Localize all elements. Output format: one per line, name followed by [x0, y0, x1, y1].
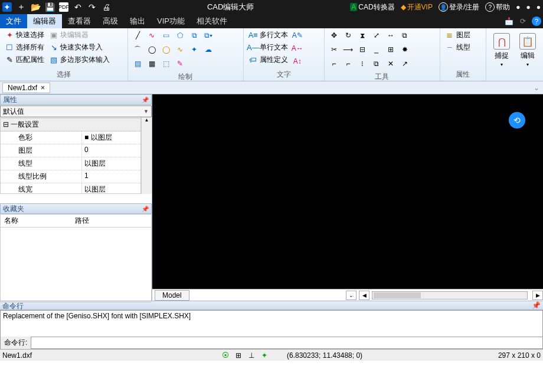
- canvas-badge-icon[interactable]: ⟲: [509, 112, 525, 129]
- redo-icon[interactable]: ↷: [87, 2, 97, 12]
- command-input[interactable]: [31, 338, 542, 348]
- options-icon[interactable]: 📩: [503, 16, 514, 27]
- prop-row-ltype[interactable]: 线型以图层: [1, 157, 140, 170]
- textalign-icon[interactable]: A↔: [292, 42, 303, 54]
- maximize-icon[interactable]: ●: [526, 3, 531, 11]
- mtext-button[interactable]: A≡多行文本: [247, 29, 289, 41]
- trim-icon[interactable]: ✂: [328, 44, 340, 55]
- erase-icon[interactable]: ✕: [385, 58, 397, 70]
- h-scrollbar[interactable]: [372, 291, 528, 299]
- align-icon[interactable]: ⫶: [356, 58, 368, 70]
- reload-icon[interactable]: ⟳: [518, 16, 528, 27]
- block-drop-icon[interactable]: ⧉▾: [202, 29, 214, 41]
- cloud-icon[interactable]: ☁: [202, 44, 214, 55]
- fillet-icon[interactable]: ⌐: [328, 58, 340, 70]
- menu-editor[interactable]: 编辑器: [27, 14, 62, 28]
- file-tab[interactable]: New1.dxf×: [2, 83, 50, 93]
- menu-advanced[interactable]: 高级: [97, 14, 124, 28]
- chamfer-icon[interactable]: ⌐: [342, 58, 354, 70]
- tab-close-icon[interactable]: ×: [41, 84, 45, 92]
- minimize-icon[interactable]: ●: [516, 3, 520, 11]
- save-icon[interactable]: 💾: [45, 2, 54, 12]
- linetype-button[interactable]: ┈线型: [444, 42, 472, 53]
- copy-icon[interactable]: ⧉: [371, 58, 382, 70]
- pin-icon[interactable]: 📌: [142, 206, 149, 212]
- help-icon[interactable]: ?: [532, 17, 541, 26]
- quick-import-button[interactable]: ↘快速实体导入: [48, 42, 111, 53]
- region-icon[interactable]: ⬚: [160, 58, 172, 70]
- match-props-button[interactable]: ✎匹配属性: [4, 54, 45, 65]
- attrdef-button[interactable]: 🏷属性定义: [247, 54, 289, 65]
- pdf-icon[interactable]: PDF: [59, 2, 68, 12]
- explode-icon[interactable]: ✸: [399, 44, 411, 55]
- close-icon[interactable]: ●: [537, 3, 541, 11]
- array-icon[interactable]: ⊞: [385, 44, 397, 55]
- menu-file[interactable]: 文件: [0, 14, 27, 28]
- extend-icon[interactable]: ⟶: [342, 44, 354, 55]
- offset-icon[interactable]: ⧉: [399, 29, 411, 41]
- pin-icon[interactable]: 📌: [532, 301, 541, 309]
- mirror-icon[interactable]: ⧗: [356, 29, 368, 41]
- lengthen-icon[interactable]: ↗: [399, 58, 411, 70]
- point-icon[interactable]: ✦: [188, 44, 200, 55]
- status-snap-icon[interactable]: ✦: [260, 351, 269, 360]
- prop-scrollbar[interactable]: ▲: [141, 117, 152, 194]
- gradient-icon[interactable]: ▦: [146, 58, 158, 70]
- sketch-icon[interactable]: ✎: [174, 58, 186, 70]
- circle-icon[interactable]: ◯: [146, 44, 158, 55]
- prop-row-color[interactable]: 色彩■ 以图层: [1, 131, 140, 144]
- spline-icon[interactable]: ∿: [174, 44, 186, 55]
- prop-general-header[interactable]: ⊟ 一般设置: [1, 118, 140, 131]
- scroll-left-icon[interactable]: ◀: [359, 291, 369, 300]
- line-icon[interactable]: ╱: [132, 29, 143, 41]
- print-icon[interactable]: 🖨: [102, 2, 111, 12]
- prop-default-combo[interactable]: 默认值▼: [0, 106, 152, 117]
- prop-row-lweight[interactable]: 线宽以图层: [1, 183, 140, 194]
- app-icon[interactable]: ✦: [2, 2, 12, 12]
- tab-expand-icon[interactable]: ⌄: [530, 84, 543, 92]
- menu-output[interactable]: 输出: [124, 14, 151, 28]
- stretch-icon[interactable]: ↔: [385, 29, 397, 41]
- menu-related[interactable]: 相关软件: [191, 14, 233, 28]
- rotate-icon[interactable]: ↻: [342, 29, 354, 41]
- new-icon[interactable]: ＋: [17, 2, 26, 12]
- block-edit-button[interactable]: ▣块编辑器: [48, 29, 111, 41]
- status-grid-icon[interactable]: ⊞: [234, 351, 243, 360]
- ellipse-icon[interactable]: ◯: [160, 44, 172, 55]
- help-link[interactable]: ?帮助: [485, 2, 510, 12]
- quick-select-button[interactable]: ✦快速选择: [4, 29, 45, 41]
- edit-button[interactable]: 📋编辑▾: [516, 29, 539, 71]
- hatch-icon[interactable]: ▤: [132, 58, 143, 70]
- move-icon[interactable]: ✥: [328, 29, 340, 41]
- select-all-button[interactable]: ☐选择所有: [4, 42, 45, 53]
- break-icon[interactable]: ⊟: [356, 44, 368, 55]
- rect-icon[interactable]: ▭: [160, 29, 172, 41]
- polygon-input-button[interactable]: ▧多边形实体输入: [48, 54, 111, 65]
- textedit-icon[interactable]: A✎: [292, 29, 303, 41]
- polygon-icon[interactable]: ⬠: [174, 29, 186, 41]
- block-icon[interactable]: ⧉: [188, 29, 200, 41]
- prop-row-lscale[interactable]: 线型比例1: [1, 170, 140, 183]
- login-link[interactable]: 👤登录/注册: [439, 2, 479, 12]
- scroll-right-icon[interactable]: ▶: [532, 291, 543, 300]
- tab-dropdown-icon[interactable]: ⌄: [346, 291, 356, 300]
- drawing-canvas[interactable]: ⟲: [152, 94, 543, 289]
- status-icon-1[interactable]: ⦿: [221, 351, 230, 360]
- arc-icon[interactable]: ⌒: [132, 44, 143, 55]
- open-icon[interactable]: 📂: [31, 2, 40, 12]
- menu-vip[interactable]: VIP功能: [151, 14, 191, 28]
- pin-icon[interactable]: 📌: [142, 97, 149, 103]
- converter-link[interactable]: ACAD转换器: [350, 2, 394, 12]
- prop-row-layer[interactable]: 图层0: [1, 144, 140, 157]
- undo-icon[interactable]: ↶: [73, 2, 83, 12]
- model-tab[interactable]: Model: [155, 290, 189, 301]
- menu-viewer[interactable]: 查看器: [62, 14, 97, 28]
- status-perp-icon[interactable]: ⊥: [247, 351, 256, 360]
- vip-link[interactable]: ◆开通VIP: [401, 2, 433, 12]
- join-icon[interactable]: ⎯: [371, 44, 382, 55]
- layer-button[interactable]: ≣图层: [444, 29, 472, 41]
- polyline-icon[interactable]: ∿: [146, 29, 158, 41]
- stext-button[interactable]: A—单行文本: [247, 42, 289, 53]
- snap-button[interactable]: ⋂捕捉▾: [490, 29, 513, 71]
- textspace-icon[interactable]: A↕: [292, 55, 303, 67]
